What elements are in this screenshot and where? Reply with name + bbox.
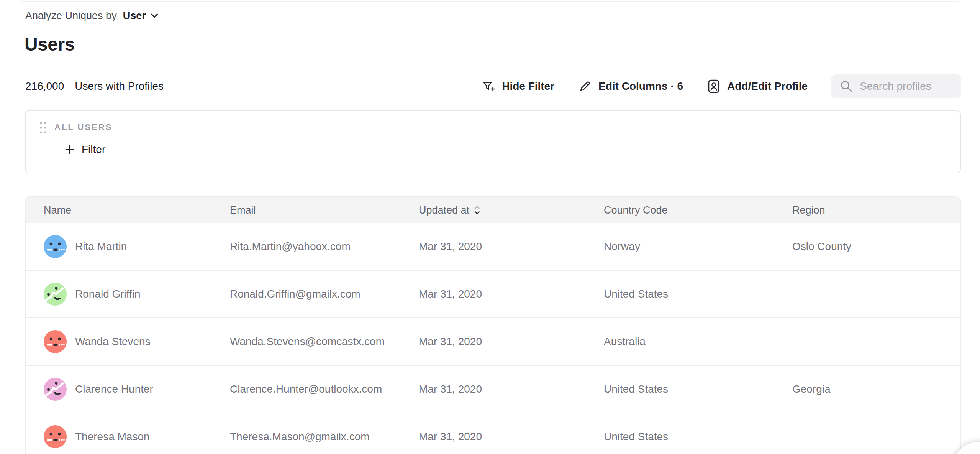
table-row[interactable]: Theresa MasonTheresa.Mason@gmailx.comMar… (26, 413, 960, 454)
column-header-email[interactable]: Email (230, 204, 419, 216)
table-body: Rita MartinRita.Martin@yahoox.comMar 31,… (26, 223, 960, 454)
column-header-name[interactable]: Name (26, 204, 230, 216)
user-updated-at: Mar 31, 2020 (419, 383, 604, 395)
analyze-uniques-bar: Analyze Uniques by User (25, 8, 158, 23)
user-country: United States (604, 288, 792, 300)
table-row[interactable]: Clarence HunterClarence.Hunter@outlookx.… (26, 365, 960, 413)
user-email: Wanda.Stevens@comcastx.com (230, 336, 419, 348)
add-filter-label: Filter (82, 143, 105, 156)
stats-toolbar-row: 216,000 Users with Profiles Hide Filter … (25, 74, 961, 98)
analyze-uniques-label: Analyze Uniques by (25, 10, 117, 22)
column-header-label: Country Code (604, 204, 668, 216)
user-name: Rita Martin (75, 240, 127, 253)
user-country: United States (604, 431, 792, 443)
user-name: Wanda Stevens (75, 336, 151, 348)
user-email: Rita.Martin@yahoox.com (230, 240, 419, 253)
user-region: Oslo County (792, 240, 960, 253)
profile-count-summary: 216,000 Users with Profiles (25, 80, 164, 92)
user-country: United States (604, 383, 792, 395)
user-name: Ronald Griffin (75, 288, 141, 300)
column-header-label: Region (792, 204, 825, 216)
profile-count: 216,000 (25, 80, 64, 92)
chevron-down-icon (151, 13, 158, 18)
top-divider (21, 1, 959, 2)
user-name-cell: Ronald Griffin (26, 283, 230, 306)
user-name-cell: Clarence Hunter (26, 378, 230, 401)
column-header-updated-at[interactable]: Updated at (419, 204, 604, 216)
filter-group-label: ALL USERS (54, 122, 112, 132)
analyze-uniques-value: User (123, 10, 146, 22)
plus-icon (65, 145, 75, 155)
user-name-cell: Rita Martin (26, 235, 230, 258)
user-name-cell: Wanda Stevens (26, 330, 230, 353)
add-edit-profile-label: Add/Edit Profile (727, 80, 808, 92)
add-filter-button[interactable]: Filter (65, 143, 105, 156)
users-page: Analyze Uniques by User Users 216,000 Us… (0, 0, 980, 454)
column-header-label: Updated at (419, 204, 469, 216)
sort-chevrons-icon (474, 205, 480, 215)
hide-filter-label: Hide Filter (502, 80, 554, 92)
user-avatar (44, 283, 67, 306)
user-avatar (44, 425, 67, 448)
user-name-cell: Theresa Mason (26, 425, 230, 448)
edit-columns-button[interactable]: Edit Columns · 6 (578, 79, 683, 93)
column-header-region[interactable]: Region (792, 204, 960, 216)
user-country: Australia (604, 336, 792, 348)
table-header: NameEmailUpdated atCountry CodeRegion (26, 197, 960, 223)
search-input[interactable] (859, 80, 956, 93)
user-email: Theresa.Mason@gmailx.com (230, 431, 419, 443)
user-email: Ronald.Griffin@gmailx.com (230, 288, 419, 300)
pencil-icon (578, 79, 592, 93)
profile-card-icon (707, 79, 721, 94)
user-avatar (44, 235, 67, 258)
funnel-plus-icon (482, 79, 495, 93)
page-title: Users (25, 34, 75, 55)
analyze-uniques-dropdown[interactable]: User (123, 10, 158, 22)
toolbar: Hide Filter Edit Columns · 6 Add/Edit Pr… (482, 74, 961, 98)
user-avatar (44, 330, 67, 353)
user-name: Clarence Hunter (75, 383, 153, 395)
table-row[interactable]: Ronald GriffinRonald.Griffin@gmailx.comM… (26, 270, 960, 317)
edit-columns-label: Edit Columns · 6 (598, 80, 683, 92)
user-updated-at: Mar 31, 2020 (419, 336, 604, 348)
user-updated-at: Mar 31, 2020 (419, 431, 604, 443)
user-email: Clarence.Hunter@outlookx.com (230, 383, 419, 395)
search-box (831, 74, 961, 98)
users-table: NameEmailUpdated atCountry CodeRegion Ri… (25, 196, 961, 454)
table-row[interactable]: Rita MartinRita.Martin@yahoox.comMar 31,… (26, 223, 960, 270)
user-avatar (44, 378, 67, 401)
profile-count-label: Users with Profiles (75, 80, 164, 92)
add-edit-profile-button[interactable]: Add/Edit Profile (707, 79, 808, 94)
user-country: Norway (604, 240, 792, 253)
column-header-label: Email (230, 204, 256, 216)
filter-panel: ALL USERS Filter (25, 110, 961, 173)
column-header-label: Name (44, 204, 71, 216)
table-row[interactable]: Wanda StevensWanda.Stevens@comcastx.comM… (26, 317, 960, 365)
user-updated-at: Mar 31, 2020 (419, 288, 604, 300)
magnifier-icon (840, 80, 853, 93)
drag-handle-icon[interactable] (39, 121, 48, 134)
column-header-country-code[interactable]: Country Code (604, 204, 792, 216)
user-name: Theresa Mason (75, 431, 150, 443)
user-updated-at: Mar 31, 2020 (419, 240, 604, 253)
hide-filter-button[interactable]: Hide Filter (482, 79, 554, 93)
user-region: Georgia (792, 383, 960, 395)
